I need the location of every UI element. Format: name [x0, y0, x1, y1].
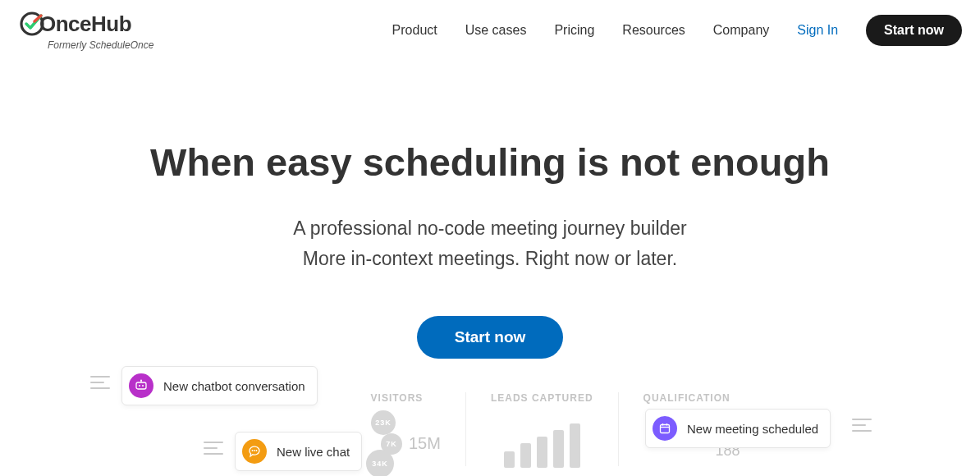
hero: When easy scheduling is not enough A pro… — [0, 140, 980, 359]
main-nav: Product Use cases Pricing Resources Comp… — [392, 15, 962, 46]
hero-cta-button[interactable]: Start now — [417, 316, 564, 359]
hero-headline: When easy scheduling is not enough — [0, 140, 980, 185]
hamburger-icon — [204, 442, 223, 455]
header: OnceHub Formerly ScheduleOnce Product Us… — [0, 0, 980, 49]
analytics-qualification-label: QUALIFICATION — [643, 392, 730, 404]
divider-1 — [465, 392, 466, 466]
nav-sign-in[interactable]: Sign In — [797, 23, 838, 38]
analytics-visitors-label: VISITORS — [371, 392, 424, 404]
nav-product[interactable]: Product — [392, 23, 437, 38]
logo-subtitle: Formerly ScheduleOnce — [48, 39, 153, 51]
pill-chatbot-label: New chatbot conversation — [163, 379, 305, 393]
chatbot-icon — [129, 373, 153, 398]
nav-company[interactable]: Company — [713, 23, 769, 38]
bubble-1: 23K — [371, 410, 396, 435]
chat-icon — [242, 439, 267, 464]
pill-livechat-label: New live chat — [277, 445, 350, 459]
logo-text: OnceHub — [39, 11, 131, 37]
logo: OnceHub — [18, 10, 131, 38]
logo-block[interactable]: OnceHub Formerly ScheduleOnce — [18, 10, 153, 51]
svg-point-8 — [140, 380, 142, 382]
svg-rect-4 — [136, 382, 146, 389]
svg-rect-12 — [661, 425, 670, 433]
pill-meeting: New meeting scheduled — [645, 409, 831, 448]
hero-sub2: More in-context meetings. Right now or l… — [0, 248, 980, 270]
svg-point-9 — [252, 450, 254, 451]
pill-chatbot: New chatbot conversation — [121, 366, 318, 405]
calendar-icon — [653, 416, 677, 441]
bars-chart-icon — [504, 419, 580, 468]
analytics-leads: LEADS CAPTURED — [491, 392, 593, 468]
start-now-button[interactable]: Start now — [866, 15, 962, 46]
hero-sub1: A professional no-code meeting journey b… — [0, 217, 980, 240]
svg-point-5 — [139, 385, 140, 387]
nav-pricing[interactable]: Pricing — [554, 23, 594, 38]
svg-point-6 — [142, 385, 144, 387]
svg-point-10 — [254, 450, 255, 451]
hamburger-icon — [90, 376, 110, 389]
analytics-visitors: VISITORS 23K 7K 34K 15M — [353, 392, 441, 468]
divider-2 — [618, 392, 619, 466]
analytics-leads-label: LEADS CAPTURED — [491, 392, 593, 404]
bubble-3: 34K — [366, 450, 394, 476]
svg-point-11 — [256, 450, 258, 451]
pill-livechat: New live chat — [235, 432, 362, 471]
analytics-visitors-value: 15M — [409, 434, 441, 453]
hamburger-icon — [852, 419, 872, 432]
pill-meeting-label: New meeting scheduled — [687, 422, 818, 436]
bubble-2: 7K — [381, 433, 402, 455]
nav-use-cases[interactable]: Use cases — [465, 23, 527, 38]
nav-resources[interactable]: Resources — [622, 23, 685, 38]
